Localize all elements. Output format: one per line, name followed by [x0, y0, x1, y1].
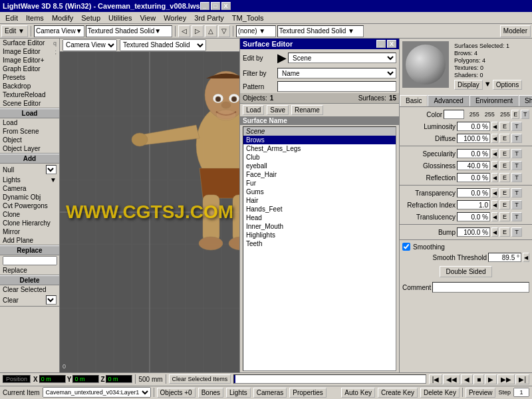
surface-item-teeth[interactable]: Teeth	[243, 239, 396, 248]
translucency-arrow[interactable]: ◀	[491, 212, 498, 221]
glossiness-t-btn[interactable]: T	[511, 161, 522, 170]
load-btn[interactable]: Load	[0, 118, 59, 127]
scene-editor-btn[interactable]: Scene Editor	[0, 99, 59, 108]
objects-btn[interactable]: Objects +0	[157, 388, 196, 398]
auto-key-btn[interactable]: Auto Key	[341, 388, 375, 398]
clone-btn[interactable]: Clone	[0, 210, 59, 219]
viewport-type-dropdown[interactable]: Camera View	[63, 39, 117, 51]
tab-environment[interactable]: Environment	[469, 95, 519, 106]
surface-item-innermouth[interactable]: Inner_Mouth	[243, 222, 396, 231]
replace-input[interactable]	[3, 256, 57, 265]
tab-basic[interactable]: Basic	[400, 95, 428, 106]
play-back-btn[interactable]: ◀	[461, 374, 473, 384]
play-fwd-btn[interactable]: ▶	[485, 374, 497, 384]
modeler-btn[interactable]: Modeler	[500, 25, 531, 37]
smooth-threshold-arrow[interactable]: ◀	[523, 253, 529, 262]
nav-btn-4[interactable]: ▽	[218, 25, 230, 37]
menu-edit[interactable]: Edit	[1, 13, 22, 23]
menu-setup[interactable]: Setup	[77, 13, 104, 23]
null-dropdown[interactable]: ▼	[46, 165, 57, 174]
replace-btn[interactable]: Replace	[0, 266, 59, 275]
reflection-e-btn[interactable]: E	[499, 173, 510, 182]
clear-selected-btn[interactable]: Clear Selected	[0, 285, 59, 294]
glossiness-arrow[interactable]: ◀	[491, 161, 498, 170]
surface-item-club[interactable]: Club	[243, 153, 396, 162]
filter-by-dropdown[interactable]: Name	[277, 68, 396, 78]
bump-e-btn[interactable]: E	[499, 227, 510, 237]
preview-btn[interactable]: Preview	[466, 388, 496, 398]
specularity-t-btn[interactable]: T	[511, 149, 522, 158]
display-btn[interactable]: Display	[454, 80, 483, 90]
luminosity-arrow[interactable]: ◀	[491, 122, 498, 131]
properties-btn[interactable]: Properties	[289, 388, 327, 398]
double-sided-btn[interactable]: Double Sided	[440, 266, 491, 277]
glossiness-input[interactable]	[457, 161, 490, 170]
cameras-btn[interactable]: Cameras	[253, 388, 287, 398]
surface-item-gums[interactable]: Gums	[243, 188, 396, 196]
surface-item-hair[interactable]: Hair	[243, 196, 396, 205]
play-ffwd-btn[interactable]: ▶▶	[497, 374, 515, 384]
se-nav-btn[interactable]: ▶	[277, 51, 287, 65]
bump-input[interactable]	[457, 227, 490, 237]
presets-btn[interactable]: Presets	[0, 73, 59, 82]
clone-hierarchy-btn[interactable]: Clone Hierarchy	[0, 219, 59, 227]
surface-item-chest[interactable]: Chest_Arms_Legs	[243, 144, 396, 153]
object-layer-btn[interactable]: Object Layer	[0, 144, 59, 153]
surface-item-handsfeet[interactable]: Hands_Feet	[243, 205, 396, 213]
from-scene-btn[interactable]: From Scene	[0, 127, 59, 136]
image-editor-btn[interactable]: Image Editor ;	[0, 47, 59, 56]
tab-advanced[interactable]: Advanced	[428, 95, 469, 106]
transparency-e-btn[interactable]: E	[499, 188, 510, 198]
play-stop-btn[interactable]: ■	[473, 374, 484, 384]
options-btn[interactable]: Options	[493, 80, 522, 90]
menu-utilities[interactable]: Utilities	[104, 13, 136, 23]
se-close-btn[interactable]: X	[387, 40, 396, 48]
maximize-button[interactable]: □	[211, 2, 220, 10]
nav-btn-1[interactable]: ◁	[178, 25, 190, 37]
close-button[interactable]: X	[221, 2, 231, 10]
se-minimize-btn[interactable]: _	[376, 40, 386, 48]
glossiness-e-btn[interactable]: E	[499, 161, 510, 170]
surface-list[interactable]: Scene Brows Chest_Arms_Legs Club eyeball…	[243, 126, 396, 371]
edit-btn[interactable]: Edit ▼	[1, 25, 28, 37]
bump-arrow[interactable]: ◀	[491, 227, 498, 237]
color-e-btn[interactable]: E	[511, 110, 520, 119]
diffuse-input[interactable]	[457, 134, 490, 143]
se-rename-btn[interactable]: Rename	[291, 105, 323, 115]
create-key-btn[interactable]: Create Key	[378, 388, 418, 398]
diffuse-t-btn[interactable]: T	[511, 134, 522, 143]
viewport[interactable]: Camera View Textured Shaded Solid	[60, 39, 239, 372]
surface-item-eyeball[interactable]: eyeball	[243, 162, 396, 170]
timeline[interactable]	[233, 374, 426, 384]
translucency-t-btn[interactable]: T	[511, 212, 522, 221]
camera-view-dropdown[interactable]: Camera View▼	[34, 25, 84, 37]
surface-editor-btn[interactable]: Surface Editor q	[0, 39, 59, 47]
reflection-t-btn[interactable]: T	[511, 173, 522, 182]
bump-t-btn[interactable]: T	[511, 227, 522, 237]
menu-view[interactable]: View	[136, 13, 160, 23]
shaded-solid-dropdown[interactable]: Textured Shaded Solid ▼	[277, 25, 364, 37]
luminosity-e-btn[interactable]: E	[499, 122, 510, 131]
menu-tmtools[interactable]: TM_Tools	[228, 13, 268, 23]
add-plane-btn[interactable]: Add Plane	[0, 236, 59, 245]
surface-item-brows[interactable]: Brows	[243, 136, 396, 144]
diffuse-e-btn[interactable]: E	[499, 134, 510, 143]
nav-btn-2[interactable]: ▷	[192, 25, 203, 37]
view-mode-dropdown[interactable]: Textured Shaded Solid▼	[86, 25, 172, 37]
delete-key-btn[interactable]: Delete Key	[420, 388, 460, 398]
reflection-input[interactable]	[457, 173, 490, 182]
specularity-e-btn[interactable]: E	[499, 149, 510, 158]
nav-btn-3[interactable]: △	[205, 25, 217, 37]
viewport-shading-dropdown[interactable]: Textured Shaded Solid	[120, 39, 206, 51]
refraction-t-btn[interactable]: T	[511, 200, 522, 209]
smooth-threshold-input[interactable]	[488, 253, 521, 262]
menu-items[interactable]: Items	[22, 13, 48, 23]
transparency-t-btn[interactable]: T	[511, 188, 522, 198]
menu-modify[interactable]: Modify	[48, 13, 77, 23]
lights-status-btn[interactable]: Lights	[226, 388, 251, 398]
surface-item-scene[interactable]: Scene	[243, 127, 396, 136]
none-dropdown[interactable]: (none) ▼	[236, 25, 276, 37]
bones-btn[interactable]: Bones	[198, 388, 223, 398]
luminosity-t-btn[interactable]: T	[511, 122, 522, 131]
graph-editor-btn[interactable]: Graph Editor	[0, 65, 59, 73]
